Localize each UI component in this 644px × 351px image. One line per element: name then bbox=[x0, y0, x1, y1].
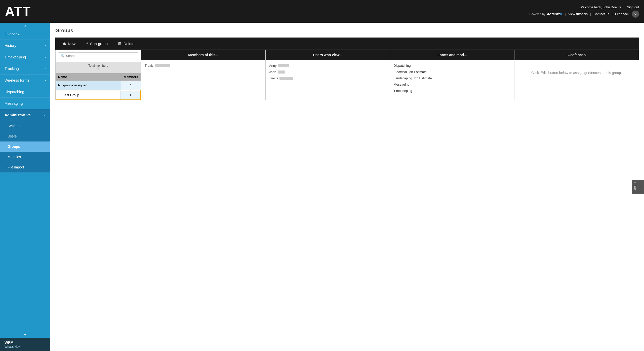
panel-members-body: Travis bbox=[141, 60, 265, 100]
group-members-test-group: 1 bbox=[120, 91, 140, 99]
sidebar-sub-item-label: Groups bbox=[8, 145, 20, 149]
welcome-chevron[interactable]: ▾ bbox=[619, 5, 621, 9]
chevron-icon: › bbox=[45, 55, 46, 59]
content-area: Groups ⊕ New ⑂ Sub-group 🗑 Delete � bbox=[50, 23, 644, 351]
sidebar: ▲ Overview History › Timekeeping › Track… bbox=[0, 23, 50, 351]
separator2: | bbox=[565, 12, 566, 16]
chevron-icon: › bbox=[45, 67, 46, 71]
delete-button[interactable]: 🗑 Delete bbox=[113, 38, 139, 50]
header-bottom-row: Powered by Actsoft® | View tutorials | C… bbox=[529, 11, 639, 18]
search-icon: 🔍 bbox=[60, 54, 64, 58]
separator4: | bbox=[612, 12, 613, 16]
group-row-no-group[interactable]: No groups assigned 1 bbox=[56, 81, 141, 90]
chevron-icon: › bbox=[45, 44, 46, 47]
chevron-icon: ⌄ bbox=[43, 113, 46, 117]
sidebar-scroll-up[interactable]: ▲ bbox=[0, 23, 50, 28]
sidebar-item-dispatching[interactable]: Dispatching › bbox=[0, 86, 50, 98]
separator3: | bbox=[590, 12, 591, 16]
chevron-icon: › bbox=[45, 90, 46, 94]
toolbar: ⊕ New ⑂ Sub-group 🗑 Delete bbox=[55, 38, 639, 50]
sidebar-item-tracking[interactable]: Tracking › bbox=[0, 63, 50, 75]
main-layout: ▲ Overview History › Timekeeping › Track… bbox=[0, 23, 644, 351]
panel-geofences-body: Click 'Edit' button below to assign geof… bbox=[514, 60, 639, 100]
search-bar: 🔍 bbox=[56, 50, 141, 62]
sidebar-sub-item-file-import[interactable]: File import bbox=[0, 162, 50, 172]
sidebar-bottom: WFM What's New bbox=[0, 338, 50, 351]
redacted-bar bbox=[278, 64, 289, 67]
group-name-test-group: ⊞ Test Group bbox=[56, 90, 120, 99]
contact-us-link[interactable]: Contact us bbox=[593, 12, 609, 16]
logo: ATT bbox=[5, 4, 31, 19]
subgroup-label: Sub-group bbox=[90, 42, 108, 46]
list-item: John bbox=[268, 69, 387, 75]
view-tutorials-link[interactable]: View tutorials bbox=[568, 12, 588, 16]
sidebar-item-history[interactable]: History › bbox=[0, 40, 50, 51]
side-scroll-text: UOUS bbox=[633, 182, 636, 191]
sidebar-sub-item-users[interactable]: Users bbox=[0, 131, 50, 142]
help-button[interactable]: ? bbox=[632, 11, 639, 18]
list-item: Electrical Job Estimate bbox=[393, 69, 512, 75]
new-icon: ⊕ bbox=[63, 41, 66, 46]
col-members-header: Members bbox=[121, 73, 141, 81]
sidebar-sub-item-groups[interactable]: Groups bbox=[0, 142, 50, 152]
page-title: Groups bbox=[55, 28, 639, 33]
actsoft-logo: Actsoft® bbox=[547, 12, 562, 16]
separator1: | bbox=[624, 5, 624, 9]
top-header: ATT Welcome back, John Doe ▾ | Sign out … bbox=[0, 0, 644, 23]
sidebar-item-administrative[interactable]: Administrative ⌄ bbox=[0, 109, 50, 121]
delete-label: Delete bbox=[124, 42, 134, 46]
powered-by-text: Powered by Actsoft® bbox=[529, 12, 562, 16]
list-item: Dispatching bbox=[393, 62, 512, 69]
side-scroll-arrow: ← bbox=[638, 185, 642, 189]
list-item: Landscaping Job Estimate bbox=[393, 75, 512, 81]
sort-arrow[interactable]: ↑ bbox=[68, 76, 69, 79]
group-row-test-group[interactable]: ⊞ Test Group 1 bbox=[56, 90, 141, 100]
panel-users-who-view: Users who view... Anny John Travis bbox=[266, 50, 390, 100]
sidebar-sub-item-label: Users bbox=[8, 134, 17, 138]
col-headers: Name ↑ Members bbox=[56, 73, 141, 81]
whats-new-label[interactable]: What's New bbox=[5, 345, 46, 348]
plus-icon: ⊞ bbox=[59, 93, 62, 97]
panel-users-body: Anny John Travis bbox=[266, 60, 390, 100]
subgroup-button[interactable]: ⑂ Sub-group bbox=[80, 38, 113, 50]
panel-members-header: Members of this... bbox=[141, 50, 265, 60]
panel-geofences: Geofences Click 'Edit' button below to a… bbox=[514, 50, 639, 100]
left-panel: 🔍 Total members 3 Name ↑ Members bbox=[56, 50, 141, 100]
sidebar-sub-item-modules[interactable]: Modules bbox=[0, 152, 50, 162]
sidebar-sub-item-settings[interactable]: Settings bbox=[0, 121, 50, 131]
sidebar-sub-item-label: Settings bbox=[8, 124, 20, 128]
header-right: Welcome back, John Doe ▾ | Sign out Powe… bbox=[529, 5, 639, 18]
sidebar-item-timekeeping[interactable]: Timekeeping › bbox=[0, 51, 50, 63]
sign-out-link[interactable]: Sign out bbox=[627, 5, 639, 9]
sidebar-item-label: Messaging bbox=[5, 101, 23, 106]
sidebar-item-label: History bbox=[5, 43, 16, 48]
search-input[interactable] bbox=[66, 54, 136, 58]
sidebar-item-label: Wireless forms bbox=[5, 78, 29, 82]
feedback-link[interactable]: Feedback bbox=[615, 12, 629, 16]
sidebar-item-wireless-forms[interactable]: Wireless forms › bbox=[0, 75, 50, 86]
sidebar-sub-item-label: File import bbox=[8, 165, 24, 169]
chevron-icon: › bbox=[45, 79, 46, 82]
new-button[interactable]: ⊕ New bbox=[58, 38, 80, 50]
sidebar-item-label: Dispatching bbox=[5, 90, 24, 94]
redacted-bar bbox=[155, 64, 170, 67]
panel-forms-body: Dispatching Electrical Job Estimate Land… bbox=[390, 60, 514, 100]
redacted-bar bbox=[279, 77, 293, 80]
sidebar-item-label: Administrative bbox=[5, 113, 31, 117]
side-scroll-button[interactable]: ← UOUS bbox=[632, 180, 644, 194]
new-label: New bbox=[68, 42, 75, 46]
geofence-message: Click 'Edit' button below to assign geof… bbox=[517, 62, 636, 83]
group-name-no-group: No groups assigned bbox=[56, 81, 121, 90]
delete-icon: 🗑 bbox=[118, 41, 122, 46]
panel-geofences-header: Geofences bbox=[514, 50, 639, 60]
total-members-count: 3 bbox=[57, 67, 140, 71]
panel-members: Members of this... Travis bbox=[141, 50, 266, 100]
subgroup-icon: ⑂ bbox=[86, 41, 88, 46]
sidebar-item-overview[interactable]: Overview bbox=[0, 28, 50, 40]
sidebar-item-messaging[interactable]: Messaging bbox=[0, 98, 50, 109]
sidebar-scroll-down[interactable]: ▼ bbox=[0, 332, 50, 338]
header-top-row: Welcome back, John Doe ▾ | Sign out bbox=[580, 5, 639, 9]
list-item: Travis bbox=[268, 75, 387, 81]
group-members-no-group: 1 bbox=[121, 81, 141, 90]
sidebar-item-label: Overview bbox=[5, 32, 20, 36]
